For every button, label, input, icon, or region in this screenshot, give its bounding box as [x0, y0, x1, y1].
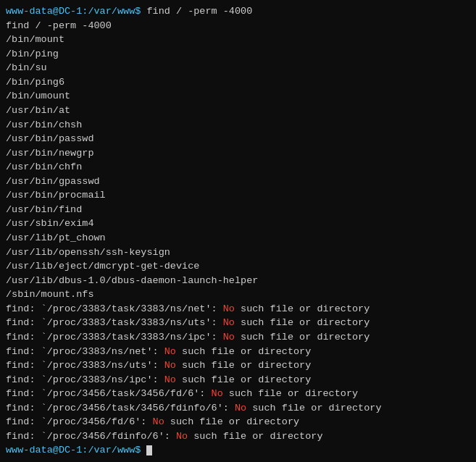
terminal-line: /usr/bin/at	[6, 104, 470, 118]
terminal-line: www-data@DC-1:/var/www$ find / -perm -40…	[6, 4, 470, 19]
terminal-line: /sbin/mount.nfs	[6, 287, 470, 302]
terminal-line: www-data@DC-1:/var/www$	[6, 443, 470, 458]
terminal-line: find: `/proc/3456/fd/6': No such file or…	[6, 415, 470, 429]
terminal-line: /usr/sbin/exim4	[6, 217, 470, 231]
terminal-line: /bin/su	[6, 61, 470, 75]
terminal-line: /usr/bin/newgrp	[6, 146, 470, 161]
terminal-line: /usr/lib/eject/dmcrypt-get-device	[6, 259, 470, 274]
terminal-content: www-data@DC-1:/var/www$ find / -perm -40…	[6, 4, 470, 458]
terminal-line: find: `/proc/3383/ns/uts': No such file …	[6, 358, 470, 373]
terminal-line: /usr/lib/pt_chown	[6, 231, 470, 245]
terminal-line: find: `/proc/3456/task/3456/fdinfo/6': N…	[6, 401, 470, 416]
terminal-line: /usr/bin/passwd	[6, 132, 470, 146]
terminal-line: find: `/proc/3383/ns/ipc': No such file …	[6, 373, 470, 387]
terminal-line: /usr/bin/chsh	[6, 118, 470, 133]
terminal-line: /bin/mount	[6, 33, 470, 47]
terminal-line: /usr/lib/openssh/ssh-keysign	[6, 245, 470, 260]
terminal-line: /usr/bin/gpasswd	[6, 175, 470, 189]
terminal-line: /usr/bin/chfn	[6, 160, 470, 175]
terminal-line: find: `/proc/3383/task/3383/ns/net': No …	[6, 302, 470, 316]
terminal-line: /bin/umount	[6, 89, 470, 104]
terminal-line: find / -perm -4000	[6, 19, 470, 33]
terminal-line: /usr/bin/find	[6, 203, 470, 217]
terminal-line: find: `/proc/3383/task/3383/ns/uts': No …	[6, 316, 470, 330]
terminal-line: find: `/proc/3383/task/3383/ns/ipc': No …	[6, 330, 470, 345]
terminal-window: www-data@DC-1:/var/www$ find / -perm -40…	[0, 0, 476, 462]
terminal-line: find: `/proc/3456/fdinfo/6': No such fil…	[6, 429, 470, 444]
terminal-line: /usr/lib/dbus-1.0/dbus-daemon-launch-hel…	[6, 274, 470, 288]
terminal-line: /usr/bin/procmail	[6, 188, 470, 203]
terminal-line: /bin/ping	[6, 47, 470, 62]
terminal-line: /bin/ping6	[6, 75, 470, 90]
terminal-line: find: `/proc/3383/ns/net': No such file …	[6, 345, 470, 359]
terminal-line: find: `/proc/3456/task/3456/fd/6': No su…	[6, 387, 470, 401]
